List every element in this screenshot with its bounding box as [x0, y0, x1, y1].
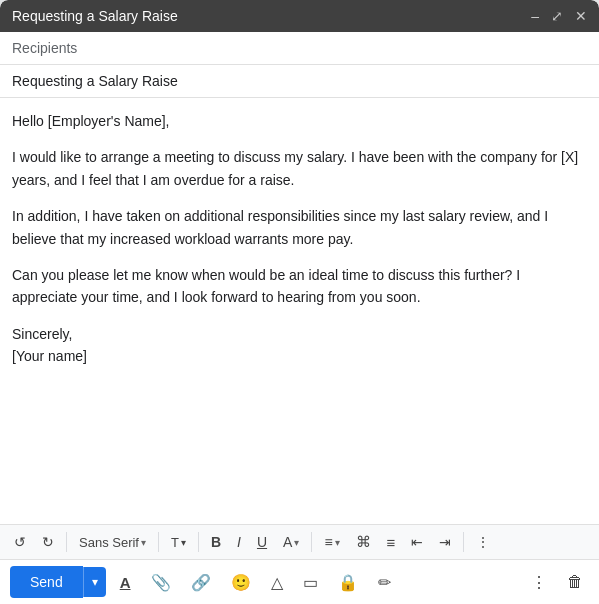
signature-icon: ✏ [378, 573, 391, 592]
more-options-icon: ⋮ [531, 573, 547, 592]
close-button[interactable]: ✕ [575, 9, 587, 23]
photo-button[interactable]: ▭ [297, 567, 324, 598]
indent-less-button[interactable]: ⇤ [405, 530, 429, 554]
compose-window: Requesting a Salary Raise – ⤢ ✕ Recipien… [0, 0, 599, 604]
link-button[interactable]: 🔗 [185, 567, 217, 598]
drive-icon: △ [271, 573, 283, 592]
format-button[interactable]: A [114, 568, 137, 597]
separator-5 [463, 532, 464, 552]
drive-button[interactable]: △ [265, 567, 289, 598]
actions-toolbar: Send ▾ A 📎 🔗 🙂 △ ▭ 🔒 ✏ [0, 559, 599, 604]
numbered-list-button[interactable]: ⌘ [350, 529, 377, 555]
numbered-list-icon: ⌘ [356, 533, 371, 551]
align-icon: ≡ [324, 534, 332, 550]
trash-icon: 🗑 [567, 573, 583, 591]
signature-button[interactable]: ✏ [372, 567, 397, 598]
photo-icon: ▭ [303, 573, 318, 592]
indent-less-icon: ⇤ [411, 534, 423, 550]
send-button[interactable]: Send [10, 566, 83, 598]
indent-more-button[interactable]: ⇥ [433, 530, 457, 554]
format-icon: A [120, 574, 131, 591]
body-paragraph2: In addition, I have taken on additional … [12, 205, 587, 250]
emoji-icon: 🙂 [231, 573, 251, 592]
separator-1 [66, 532, 67, 552]
send-dropdown-button[interactable]: ▾ [83, 567, 106, 597]
text-color-button[interactable]: A ▾ [277, 530, 305, 554]
expand-button[interactable]: ⤢ [551, 9, 563, 23]
discard-button[interactable]: 🗑 [561, 567, 589, 597]
lock-icon: 🔒 [338, 573, 358, 592]
indent-more-icon: ⇥ [439, 534, 451, 550]
separator-2 [158, 532, 159, 552]
send-dropdown-icon: ▾ [92, 575, 98, 589]
more-formatting-icon: ⋮ [476, 534, 490, 550]
align-chevron-icon: ▾ [335, 537, 340, 548]
font-size-chevron-icon: ▾ [181, 537, 186, 548]
more-formatting-button[interactable]: ⋮ [470, 530, 496, 554]
separator-3 [198, 532, 199, 552]
undo-button[interactable]: ↺ [8, 530, 32, 554]
font-size-button[interactable]: T ▾ [165, 531, 192, 554]
email-body[interactable]: Hello [Employer's Name], I would like to… [0, 98, 599, 524]
italic-button[interactable]: I [231, 530, 247, 554]
subject-value: Requesting a Salary Raise [12, 73, 178, 89]
bullet-list-button[interactable]: ≡ [381, 530, 402, 555]
body-paragraph1: I would like to arrange a meeting to dis… [12, 146, 587, 191]
recipients-placeholder: Recipients [12, 40, 77, 56]
more-options-button[interactable]: ⋮ [525, 567, 553, 598]
lock-button[interactable]: 🔒 [332, 567, 364, 598]
send-button-group: Send ▾ [10, 566, 106, 598]
text-color-chevron-icon: ▾ [294, 537, 299, 548]
body-paragraph3: Can you please let me know when would be… [12, 264, 587, 309]
formatting-toolbar: ↺ ↻ Sans Serif ▾ T ▾ B I U A ▾ ≡ ▾ ⌘ ≡ [0, 524, 599, 559]
font-family-chevron: ▾ [141, 537, 146, 548]
subject-row[interactable]: Requesting a Salary Raise [0, 65, 599, 98]
recipients-row[interactable]: Recipients [0, 32, 599, 65]
redo-button[interactable]: ↻ [36, 530, 60, 554]
window-controls: – ⤢ ✕ [531, 9, 587, 23]
window-title: Requesting a Salary Raise [12, 8, 178, 24]
link-icon: 🔗 [191, 573, 211, 592]
title-bar: Requesting a Salary Raise – ⤢ ✕ [0, 0, 599, 32]
emoji-button[interactable]: 🙂 [225, 567, 257, 598]
bold-button[interactable]: B [205, 530, 227, 554]
font-family-button[interactable]: Sans Serif ▾ [73, 531, 152, 554]
body-greeting: Hello [Employer's Name], [12, 110, 587, 132]
bullet-list-icon: ≡ [387, 534, 396, 551]
attach-button[interactable]: 📎 [145, 567, 177, 598]
body-closing: Sincerely, [Your name] [12, 323, 587, 368]
separator-4 [311, 532, 312, 552]
minimize-button[interactable]: – [531, 9, 539, 23]
font-size-icon: T [171, 535, 179, 550]
align-button[interactable]: ≡ ▾ [318, 530, 345, 554]
attach-icon: 📎 [151, 573, 171, 592]
underline-button[interactable]: U [251, 530, 273, 554]
